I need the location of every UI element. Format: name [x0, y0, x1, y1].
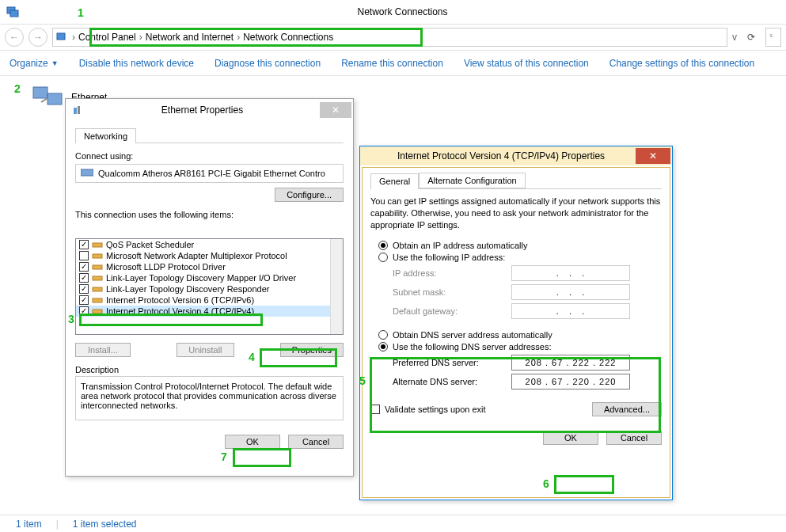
protocol-label: QoS Packet Scheduler [106, 240, 194, 249]
back-button[interactable]: ← [5, 28, 24, 47]
protocol-row[interactable]: ✓Internet Protocol Version 4 (TCP/IPv4) [76, 306, 343, 317]
cmd-view-status[interactable]: View status of this connection [464, 58, 589, 69]
ok-button[interactable]: OK [225, 435, 280, 449]
install-button[interactable]: Install... [75, 343, 131, 357]
checkbox-icon[interactable]: ✓ [79, 273, 89, 283]
uninstall-button[interactable]: Uninstall [177, 343, 234, 357]
tab-alternate[interactable]: Alternate Configuration [419, 173, 526, 188]
checkbox-icon[interactable]: ✓ [79, 262, 89, 272]
ok-button[interactable]: OK [543, 431, 598, 445]
radio-ip-auto[interactable]: Obtain an IP address automatically [378, 241, 662, 250]
description-text: Transmission Control Protocol/Internet P… [75, 376, 344, 420]
dropdown-chevron-icon[interactable]: v [732, 32, 737, 43]
breadcrumb[interactable]: › Control Panel › Network and Internet ›… [52, 28, 727, 47]
protocol-icon [92, 284, 103, 294]
protocol-label: Internet Protocol Version 4 (TCP/IPv4) [106, 306, 254, 316]
chevron-right-icon[interactable]: › [237, 32, 240, 43]
protocol-label: Link-Layer Topology Discovery Mapper I/O… [106, 273, 296, 283]
close-button[interactable]: ✕ [636, 148, 670, 164]
protocol-label: Link-Layer Topology Discovery Responder [106, 284, 269, 294]
forward-button[interactable]: → [28, 28, 47, 47]
tabs: Networking [75, 127, 344, 143]
protocol-row[interactable]: ✓Link-Layer Topology Discovery Responder [76, 283, 343, 294]
radio-label: Use the following DNS server addresses: [393, 342, 552, 352]
protocol-icon [92, 273, 103, 283]
window-titlebar: Network Connections [0, 0, 786, 24]
dialog-titlebar[interactable]: Ethernet Properties ✕ [66, 99, 353, 121]
advanced-button[interactable]: Advanced... [592, 402, 662, 416]
protocol-label: Microsoft Network Adapter Multiplexor Pr… [106, 251, 287, 260]
gateway-label: Default gateway: [393, 306, 511, 316]
protocol-row[interactable]: ✓Microsoft LLDP Protocol Driver [76, 261, 343, 272]
pref-dns-label: Preferred DNS server: [393, 358, 511, 367]
radio-label: Obtain an IP address automatically [393, 241, 527, 250]
checkbox-icon [370, 405, 380, 414]
validate-checkbox[interactable]: Validate settings upon exit [370, 405, 486, 414]
protocol-list[interactable]: ✓QoS Packet SchedulerMicrosoft Network A… [75, 238, 344, 335]
chevron-right-icon[interactable]: › [72, 32, 75, 43]
marker-4: 4 [249, 351, 255, 363]
radio-ip-manual[interactable]: Use the following IP address: [378, 253, 662, 262]
tabs: General Alternate Configuration [370, 173, 662, 189]
svg-rect-3 [33, 87, 47, 98]
svg-rect-4 [47, 93, 62, 104]
adapter-name-box[interactable]: Qualcomm Atheros AR8161 PCI-E Gigabit Et… [75, 164, 344, 183]
nic-icon [81, 168, 93, 179]
command-bar: Organize ▼ Disable this network device D… [0, 51, 786, 76]
svg-rect-9 [93, 254, 102, 258]
dialog-title: Ethernet Properties [85, 104, 320, 116]
svg-rect-6 [78, 106, 80, 114]
cmd-disable[interactable]: Disable this network device [79, 58, 194, 69]
cancel-button[interactable]: Cancel [606, 431, 662, 445]
svg-rect-12 [93, 287, 102, 291]
configure-button[interactable]: Configure... [275, 188, 344, 202]
tab-general[interactable]: General [370, 173, 419, 189]
svg-rect-1 [10, 10, 18, 17]
breadcrumb-item[interactable]: Network Connections [243, 32, 333, 43]
dialog-title: Internet Protocol Version 4 (TCP/IPv4) P… [366, 150, 636, 162]
svg-rect-2 [57, 33, 65, 40]
dialog-titlebar[interactable]: Internet Protocol Version 4 (TCP/IPv4) P… [360, 146, 672, 165]
tab-networking[interactable]: Networking [75, 128, 136, 143]
close-button[interactable]: ✕ [320, 102, 351, 118]
protocol-row[interactable]: Microsoft Network Adapter Multiplexor Pr… [76, 250, 343, 261]
radio-dns-manual[interactable]: Use the following DNS server addresses: [378, 342, 662, 352]
cancel-button[interactable]: Cancel [288, 435, 344, 449]
properties-button[interactable]: Properties [280, 343, 344, 357]
ip-address-field: . . . [511, 265, 630, 281]
checkbox-icon[interactable]: ✓ [79, 240, 89, 249]
scrollbar[interactable] [330, 239, 343, 334]
radio-dns-auto[interactable]: Obtain DNS server address automatically [378, 330, 662, 340]
breadcrumb-item[interactable]: Network and Internet [146, 32, 234, 43]
protocol-row[interactable]: ✓Internet Protocol Version 6 (TCP/IPv6) [76, 294, 343, 306]
ethernet-adapter-icon [32, 84, 63, 111]
cmd-change-settings[interactable]: Change settings of this connection [609, 58, 754, 69]
description-label: Description [75, 365, 344, 374]
breadcrumb-item[interactable]: Control Panel [78, 32, 136, 43]
window-title: Network Connections [25, 6, 780, 17]
ethernet-properties-dialog: Ethernet Properties ✕ Networking Connect… [65, 98, 354, 477]
radio-icon [378, 241, 388, 250]
protocol-icon [92, 306, 103, 316]
protocol-row[interactable]: ✓Link-Layer Topology Discovery Mapper I/… [76, 272, 343, 283]
protocol-icon [92, 295, 103, 305]
checkbox-icon[interactable]: ✓ [79, 295, 89, 305]
cmd-rename[interactable]: Rename this connection [341, 58, 443, 69]
checkbox-icon[interactable] [79, 251, 89, 260]
search-input[interactable]: ˢ [765, 28, 781, 47]
status-selected: 1 item selected [73, 519, 137, 530]
chevron-right-icon[interactable]: › [139, 32, 142, 43]
info-text: You can get IP settings assigned automat… [370, 196, 662, 231]
radio-label: Use the following IP address: [393, 253, 505, 262]
refresh-button[interactable]: ⟳ [742, 28, 761, 47]
svg-rect-8 [93, 243, 102, 247]
address-bar-row: ← → › Control Panel › Network and Intern… [0, 24, 786, 51]
alt-dns-field[interactable]: 208 . 67 . 220 . 220 [511, 374, 630, 390]
pref-dns-field[interactable]: 208 . 67 . 222 . 222 [511, 355, 630, 370]
organize-menu[interactable]: Organize ▼ [9, 58, 59, 69]
checkbox-icon[interactable]: ✓ [79, 306, 89, 316]
cmd-diagnose[interactable]: Diagnose this connection [215, 58, 321, 69]
checkbox-icon[interactable]: ✓ [79, 284, 89, 294]
protocol-row[interactable]: ✓QoS Packet Scheduler [76, 239, 343, 250]
marker-7: 7 [221, 450, 227, 463]
